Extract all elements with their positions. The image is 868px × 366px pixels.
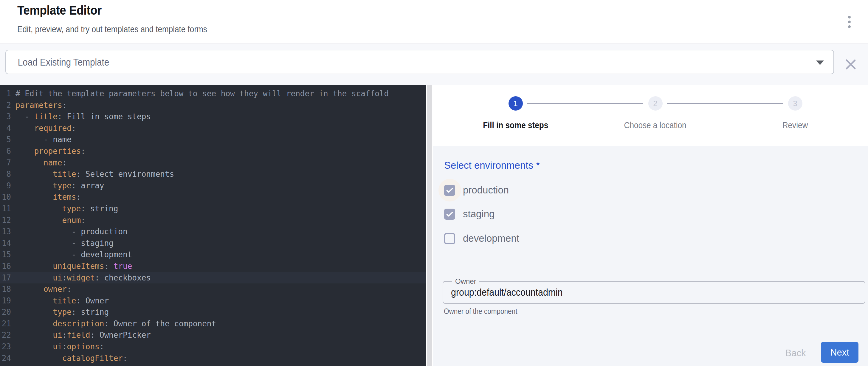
- code-line[interactable]: 3 - title: Fill in some steps: [0, 111, 426, 122]
- checkbox-option-staging[interactable]: staging: [444, 208, 495, 220]
- line-number: 3: [0, 111, 11, 122]
- line-number: 1: [0, 88, 11, 99]
- line-number: 11: [0, 203, 11, 215]
- line-number: 22: [0, 329, 11, 341]
- code-line[interactable]: 11 type: string: [0, 203, 426, 215]
- step-connector: [667, 103, 783, 104]
- step-label: Review: [782, 120, 808, 130]
- checked-checkbox[interactable]: [444, 209, 455, 220]
- close-icon: [843, 57, 858, 71]
- code-line[interactable]: 7 name:: [0, 157, 426, 169]
- code-text: parameters:: [16, 99, 67, 111]
- code-line[interactable]: 6 properties:: [0, 146, 426, 157]
- code-line[interactable]: 16 uniqueItems: true: [0, 261, 426, 272]
- checked-checkbox[interactable]: [444, 185, 455, 196]
- dropdown-caret-icon[interactable]: [816, 61, 824, 65]
- code-text: ui:options:: [16, 341, 104, 353]
- line-number: 4: [0, 122, 11, 134]
- code-text: - name: [16, 134, 71, 146]
- code-text: name:: [16, 157, 67, 169]
- line-number: 18: [0, 283, 11, 295]
- line-number: 6: [0, 146, 11, 157]
- code-text: - title: Fill in some steps: [16, 111, 151, 122]
- kebab-menu-icon: [848, 21, 851, 23]
- unchecked-checkbox[interactable]: [444, 233, 455, 244]
- owner-field-value[interactable]: group:default/accountadmin: [451, 282, 563, 303]
- code-line[interactable]: 18 owner:: [0, 283, 426, 295]
- step-review[interactable]: 3 Review: [725, 85, 865, 146]
- code-text: type: array: [16, 180, 104, 192]
- close-button[interactable]: [843, 57, 858, 71]
- code-text: title: Owner: [16, 295, 109, 307]
- code-line[interactable]: 5 - name: [0, 134, 426, 146]
- code-line[interactable]: 10 items:: [0, 191, 426, 203]
- owner-helper-text: Owner of the component: [444, 307, 517, 316]
- template-loader-bar: [0, 44, 868, 85]
- line-number: 12: [0, 215, 11, 226]
- load-existing-template-select[interactable]: [5, 50, 834, 74]
- code-line[interactable]: 9 type: array: [0, 180, 426, 192]
- template-form: Select environments * productionstagingd…: [433, 146, 868, 366]
- code-line[interactable]: 21 description: Owner of the component: [0, 318, 426, 330]
- checkbox-option-development[interactable]: development: [444, 233, 519, 244]
- code-line[interactable]: 13 - production: [0, 226, 426, 238]
- checkbox-label: development: [463, 233, 519, 244]
- load-existing-template-input[interactable]: [17, 50, 727, 74]
- step-number-badge: 1: [508, 96, 523, 111]
- code-line[interactable]: 17 ui:widget: checkboxes: [0, 272, 426, 284]
- kebab-menu-icon: [848, 16, 851, 19]
- code-text: description: Owner of the component: [16, 318, 216, 330]
- code-text: - development: [16, 249, 132, 261]
- page-header: Template Editor Edit, preview, and try o…: [0, 0, 868, 44]
- code-line[interactable]: 14 - staging: [0, 238, 426, 249]
- code-line[interactable]: 22 ui:field: OwnerPicker: [0, 329, 426, 341]
- code-text: owner:: [16, 283, 71, 295]
- code-text: type: string: [16, 203, 118, 215]
- code-line[interactable]: 8 title: Select environments: [0, 169, 426, 180]
- page-subtitle: Edit, preview, and try out templates and…: [17, 25, 207, 34]
- step-choose-a-location[interactable]: 2 Choose a location: [585, 85, 725, 146]
- code-line[interactable]: 19 title: Owner: [0, 295, 426, 307]
- more-options-button[interactable]: [842, 12, 857, 32]
- step-connector: [527, 103, 643, 104]
- wizard-stepper: 1 Fill in some steps 2 Choose a location…: [433, 85, 868, 146]
- checkmark-icon: [445, 210, 454, 219]
- code-text: - staging: [16, 238, 114, 249]
- line-number: 20: [0, 306, 11, 318]
- back-button[interactable]: Back: [775, 346, 816, 360]
- line-number: 19: [0, 295, 11, 307]
- line-number: 21: [0, 318, 11, 330]
- line-number: 9: [0, 180, 11, 192]
- code-text: ui:widget: checkboxes: [16, 272, 151, 284]
- code-text: type: string: [16, 306, 109, 318]
- code-line[interactable]: 2parameters:: [0, 99, 426, 111]
- code-text: uniqueItems: true: [16, 261, 132, 272]
- checkbox-option-production[interactable]: production: [444, 184, 509, 196]
- checkbox-label: production: [463, 184, 509, 196]
- step-number-badge: 3: [788, 96, 802, 111]
- code-line[interactable]: 4 required:: [0, 122, 426, 134]
- code-line[interactable]: 20 type: string: [0, 306, 426, 318]
- code-line[interactable]: 23 ui:options:: [0, 341, 426, 353]
- code-text: # Edit the template parameters below to …: [16, 88, 389, 99]
- code-line[interactable]: 12 enum:: [0, 215, 426, 226]
- code-text: catalogFilter:: [16, 353, 128, 364]
- line-number: 5: [0, 134, 11, 146]
- editor-scrollbar[interactable]: [427, 85, 432, 366]
- next-button[interactable]: Next: [821, 342, 859, 363]
- code-text: - production: [16, 226, 128, 238]
- code-line[interactable]: 24 catalogFilter:: [0, 353, 426, 364]
- code-line[interactable]: 1# Edit the template parameters below to…: [0, 88, 426, 99]
- line-number: 10: [0, 191, 11, 203]
- code-text: properties:: [16, 146, 86, 157]
- owner-field[interactable]: Owner group:default/accountadmin: [443, 281, 865, 304]
- line-number: 2: [0, 99, 11, 111]
- line-number: 23: [0, 341, 11, 353]
- line-number: 16: [0, 261, 11, 272]
- step-fill-in-some-steps[interactable]: 1 Fill in some steps: [445, 85, 585, 146]
- yaml-code-editor[interactable]: 1# Edit the template parameters below to…: [0, 85, 426, 366]
- line-number: 24: [0, 353, 11, 364]
- code-line[interactable]: 15 - development: [0, 249, 426, 261]
- step-number-badge: 2: [648, 96, 662, 111]
- code-text: required:: [16, 122, 76, 134]
